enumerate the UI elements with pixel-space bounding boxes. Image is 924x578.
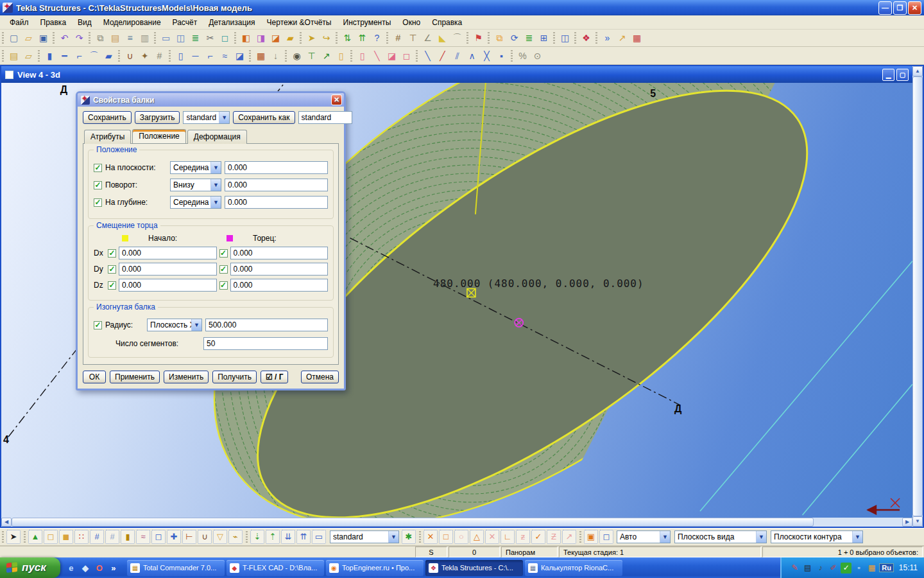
restore-button[interactable]: ❐ <box>893 1 907 15</box>
menu-edit[interactable]: Правка <box>35 17 73 28</box>
level-up-icon[interactable]: ⇡ <box>266 530 280 544</box>
line-icon[interactable]: ╲ <box>420 49 435 63</box>
rotation-checkbox[interactable]: ✓ <box>94 181 102 189</box>
dz-start-checkbox[interactable]: ✓ <box>108 281 116 290</box>
cancel-button[interactable]: Отмена <box>301 371 339 383</box>
snap-extension-off-icon[interactable]: ƶ <box>516 530 530 544</box>
weld-icon[interactable]: # <box>152 49 167 63</box>
contour-plane-combo[interactable]: Плоскости контура ▼ <box>771 530 863 543</box>
measure-icon[interactable]: ∠ <box>420 31 435 45</box>
connection-help-icon[interactable]: ? <box>370 31 384 45</box>
save-button[interactable]: Сохранить <box>83 111 132 124</box>
chevron-down-icon[interactable]: ▼ <box>756 531 766 543</box>
select-points-icon[interactable]: ✚ <box>167 530 181 544</box>
line-cross-icon[interactable]: ╳ <box>479 49 494 63</box>
save-model-icon[interactable]: ▣ <box>36 31 51 45</box>
task-topengineer[interactable]: ◉TopEngineer.ru • Про... <box>326 560 424 576</box>
dialog-close-icon[interactable]: ✕ <box>331 94 342 105</box>
steel-beam-icon[interactable]: ━ <box>57 49 72 63</box>
new-model-icon[interactable]: ▢ <box>6 31 21 45</box>
concrete-polybeam-icon[interactable]: ⌐ <box>203 49 218 63</box>
chevron-down-icon[interactable]: ▼ <box>191 319 201 331</box>
select-gridline-icon[interactable]: # <box>90 530 104 544</box>
line-corner-icon[interactable]: ∧ <box>465 49 479 63</box>
divide-line-icon[interactable]: % <box>515 49 530 63</box>
snapshot-icon[interactable]: ◫ <box>558 31 572 45</box>
overflow-chevron-icon[interactable]: » <box>108 562 119 574</box>
snap-endpoint-icon[interactable]: □ <box>439 530 453 544</box>
concrete-panel-icon[interactable]: ◪ <box>232 49 247 63</box>
radius-input[interactable] <box>205 319 328 331</box>
select-gridline-off-icon[interactable]: # <box>105 530 119 544</box>
scroll-left-icon[interactable]: ◀ <box>1 518 12 527</box>
scroll-down-icon[interactable]: ▼ <box>912 516 923 527</box>
dx-end-checkbox[interactable]: ✓ <box>219 249 228 258</box>
printer-tray-icon[interactable]: ▤ <box>802 563 813 574</box>
components-icon[interactable]: ▦ <box>629 31 644 45</box>
minimize-button[interactable]: — <box>878 1 892 15</box>
select-cursor-icon[interactable]: ➤ <box>6 530 21 544</box>
toggle-checkboxes-button[interactable]: ☑ / Г <box>261 371 289 383</box>
close-button[interactable]: ✕ <box>908 1 921 15</box>
circle-point-icon[interactable]: ⊙ <box>530 49 545 63</box>
area-select-icon[interactable]: ◻ <box>218 31 232 45</box>
new-view-icon[interactable]: ▭ <box>158 31 173 45</box>
autoconnection-icon[interactable]: ⇅ <box>340 31 355 45</box>
menu-help[interactable]: Справка <box>426 17 468 28</box>
levels-down-icon[interactable]: ⇊ <box>281 530 295 544</box>
chevron-down-icon[interactable]: ▼ <box>210 197 221 208</box>
scroll-up-icon[interactable]: ▲ <box>912 66 923 76</box>
snap-nearest-icon[interactable]: ↗ <box>562 530 576 544</box>
point-project-icon[interactable]: ↪ <box>319 31 334 45</box>
at-depth-combo[interactable]: Середина▼ <box>170 196 221 209</box>
create-slab-icon[interactable]: ▰ <box>283 31 298 45</box>
vertical-scroll-thumb[interactable] <box>912 76 923 516</box>
rebar-icon[interactable]: ▦ <box>253 49 268 63</box>
at-depth-checkbox[interactable]: ✓ <box>94 198 102 207</box>
chevron-down-icon[interactable]: ▼ <box>388 531 398 543</box>
paste-icon[interactable]: ▤ <box>108 31 123 45</box>
snap-midpoint-icon[interactable]: △ <box>470 530 484 544</box>
point-along-icon[interactable]: ➤ <box>304 31 319 45</box>
concrete-beam-icon[interactable]: ─ <box>188 49 203 63</box>
radius-plane-combo[interactable]: Плоскость XY▼ <box>147 319 202 331</box>
steel-column-icon[interactable]: ▮ <box>42 49 57 63</box>
menu-file[interactable]: Файл <box>4 17 35 28</box>
chevron-down-icon[interactable]: ▼ <box>210 179 221 191</box>
export-part-icon[interactable]: ↗ <box>319 49 334 63</box>
chevron-down-icon[interactable]: ▼ <box>210 162 221 173</box>
profile-icon[interactable]: ⊤ <box>304 49 319 63</box>
bolt-icon[interactable]: ∪ <box>123 49 137 63</box>
tab-position[interactable]: Положение <box>132 129 185 143</box>
catalog-icon[interactable]: ⊞ <box>536 31 551 45</box>
work-plane-combo[interactable]: Плоскость вида ▼ <box>674 530 767 543</box>
load-button[interactable]: Загрузить <box>135 111 180 124</box>
rotation-combo[interactable]: Внизу▼ <box>170 179 221 191</box>
calculator-tray-icon[interactable]: ▦ <box>866 563 877 574</box>
select-assembly-icon[interactable]: ◼ <box>59 530 73 544</box>
task-t-flex-cad[interactable]: ◆T-FLEX CAD - D:\Вла... <box>227 560 324 576</box>
tab-deformation[interactable]: Деформация <box>187 130 247 144</box>
apply-button[interactable]: Применить <box>110 371 160 383</box>
shield-tray-icon[interactable]: ✓ <box>841 563 851 574</box>
menu-drawings-reports[interactable]: Чертежи &Отчёты <box>261 17 338 28</box>
chevron-down-icon[interactable]: ▼ <box>219 112 229 123</box>
view-titlebar[interactable]: View 4 - 3d ▁ ▢ <box>1 66 912 83</box>
snap-extension-icon[interactable]: Ƶ <box>547 530 561 544</box>
rotate-object-icon[interactable]: ⟳ <box>507 31 522 45</box>
dy-start-input[interactable] <box>119 263 217 276</box>
clash-area-icon[interactable]: ◻ <box>399 49 414 63</box>
curved-beam-icon[interactable]: ⌒ <box>87 49 101 63</box>
clash-line-icon[interactable]: ╲ <box>370 49 384 63</box>
chevron-down-icon[interactable]: ▼ <box>852 531 862 543</box>
ortho-icon[interactable]: ▣ <box>584 530 598 544</box>
select-weld-icon[interactable]: ≈ <box>136 530 150 544</box>
on-plane-checkbox[interactable]: ✓ <box>94 164 102 172</box>
select-rebar-icon[interactable]: ⌁ <box>228 530 243 544</box>
app-tray-icon[interactable]: ▫ <box>853 563 864 574</box>
brush-tray-icon[interactable]: ✐ <box>828 563 839 574</box>
steel-polybeam-icon[interactable]: ⌐ <box>72 49 87 63</box>
tab-attributes[interactable]: Атрибуты <box>84 130 131 144</box>
task-total-commander[interactable]: ▦Total Commander 7.0... <box>127 560 225 576</box>
autodefaults-icon[interactable]: ⇈ <box>355 31 370 45</box>
